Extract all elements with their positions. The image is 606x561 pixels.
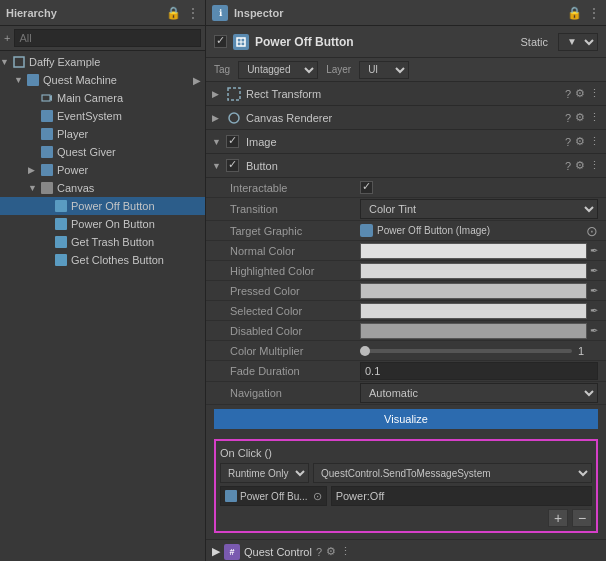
object-enabled-checkbox[interactable]: [214, 35, 227, 48]
eyedropper-icon[interactable]: ✒: [590, 325, 598, 336]
color-multiplier-track[interactable]: [360, 349, 572, 353]
tree-item-main-camera[interactable]: Main Camera: [0, 89, 205, 107]
onclick-param-input[interactable]: [331, 486, 592, 506]
selected-color-field: ✒: [360, 303, 598, 319]
arrow-icon: ▼: [14, 75, 26, 85]
button-component[interactable]: ▼ Button ? ⚙ ⋮: [206, 154, 606, 178]
hierarchy-menu-icon[interactable]: ⋮: [187, 7, 199, 19]
more-icon[interactable]: ⋮: [589, 135, 600, 148]
camera-icon: [40, 91, 54, 105]
tree-item-get-trash-button[interactable]: Get Trash Button: [0, 233, 205, 251]
more-icon[interactable]: ⋮: [340, 545, 351, 558]
remove-onclick-button[interactable]: −: [572, 509, 592, 527]
navigation-dropdown[interactable]: Automatic: [360, 383, 598, 403]
interactable-prop: Interactable: [206, 178, 606, 198]
transition-prop: Transition Color Tint: [206, 198, 606, 221]
component-icons-right: ? ⚙ ⋮: [565, 87, 600, 100]
search-input[interactable]: [14, 29, 201, 47]
tree-item-power-on-button[interactable]: Power On Button: [0, 215, 205, 233]
svg-rect-1: [42, 95, 50, 101]
plus-icon[interactable]: +: [4, 32, 10, 44]
color-multiplier-slider-row: 1: [360, 345, 598, 357]
inspector-menu-icon[interactable]: ⋮: [588, 7, 600, 19]
target-graphic-label: Target Graphic: [230, 225, 360, 237]
help-icon[interactable]: ?: [565, 160, 571, 172]
canvas-renderer-component[interactable]: ▶ Canvas Renderer ? ⚙ ⋮: [206, 106, 606, 130]
disabled-color-swatch[interactable]: [360, 323, 587, 339]
eyedropper-icon[interactable]: ✒: [590, 285, 598, 296]
onclick-object[interactable]: Power Off Bu... ⊙: [220, 486, 327, 506]
selected-color-swatch[interactable]: [360, 303, 587, 319]
help-icon[interactable]: ?: [565, 136, 571, 148]
more-icon[interactable]: ⋮: [589, 159, 600, 172]
interactable-checkbox[interactable]: [360, 181, 373, 194]
eyedropper-icon[interactable]: ✒: [590, 245, 598, 256]
component-icons-right: ? ⚙ ⋮: [316, 545, 351, 558]
rect-transform-component[interactable]: ▶ Rect Transform ? ⚙ ⋮: [206, 82, 606, 106]
highlighted-color-prop: Highlighted Color ✒: [206, 261, 606, 281]
pressed-color-swatch[interactable]: [360, 283, 587, 299]
tree-item-power[interactable]: ▶ Power: [0, 161, 205, 179]
tree-item-quest-machine[interactable]: ▼ Quest Machine ▶: [0, 71, 205, 89]
highlighted-color-label: Highlighted Color: [230, 265, 360, 277]
slider-thumb[interactable]: [360, 346, 370, 356]
component-arrow-icon: ▼: [212, 161, 222, 171]
navigation-prop: Navigation Automatic: [206, 382, 606, 405]
layer-dropdown[interactable]: UI: [359, 61, 409, 79]
arrow-icon: [28, 93, 40, 103]
tree-label: Player: [57, 128, 88, 140]
add-onclick-button[interactable]: +: [548, 509, 568, 527]
eyedropper-icon[interactable]: ✒: [590, 305, 598, 316]
help-icon[interactable]: ?: [565, 88, 571, 100]
cube-icon: [26, 73, 40, 87]
transition-dropdown[interactable]: Color Tint: [360, 199, 598, 219]
image-component[interactable]: ▼ Image ? ⚙ ⋮: [206, 130, 606, 154]
eyedropper-icon[interactable]: ✒: [590, 265, 598, 276]
selected-color-label: Selected Color: [230, 305, 360, 317]
settings-icon[interactable]: ⚙: [575, 159, 585, 172]
visualize-button[interactable]: Visualize: [214, 409, 598, 429]
settings-icon[interactable]: ⚙: [575, 135, 585, 148]
tree-item-canvas[interactable]: ▼ Canvas: [0, 179, 205, 197]
tree-item-get-clothes-button[interactable]: Get Clothes Button: [0, 251, 205, 269]
help-icon[interactable]: ?: [565, 112, 571, 124]
settings-icon[interactable]: ⚙: [575, 87, 585, 100]
tree-item-player[interactable]: Player: [0, 125, 205, 143]
cube-icon: [54, 235, 68, 249]
arrow-icon: ▼: [28, 183, 40, 193]
quest-control-label: Quest Control: [244, 546, 312, 558]
color-multiplier-prop: Color Multiplier 1: [206, 341, 606, 361]
fade-duration-prop: Fade Duration: [206, 361, 606, 382]
disabled-color-field: ✒: [360, 323, 598, 339]
rect-transform-label: Rect Transform: [246, 88, 561, 100]
more-icon[interactable]: ⋮: [589, 111, 600, 124]
normal-color-swatch[interactable]: [360, 243, 587, 259]
hierarchy-search-bar: +: [0, 26, 205, 51]
static-dropdown[interactable]: ▼: [558, 33, 598, 51]
settings-icon[interactable]: ⚙: [326, 545, 336, 558]
settings-icon[interactable]: ⚙: [575, 111, 585, 124]
button-enabled-checkbox[interactable]: [226, 159, 239, 172]
highlighted-color-swatch[interactable]: [360, 263, 587, 279]
canvas-renderer-label: Canvas Renderer: [246, 112, 561, 124]
cube-icon: [40, 145, 54, 159]
target-graphic-picker[interactable]: ⊙: [586, 223, 598, 239]
tree-item-daffy-example[interactable]: ▼ Daffy Example: [0, 53, 205, 71]
tag-dropdown[interactable]: Untagged: [238, 61, 318, 79]
tree-item-event-system[interactable]: EventSystem: [0, 107, 205, 125]
inspector-lock-icon[interactable]: 🔒: [567, 7, 582, 19]
component-icons-right: ? ⚙ ⋮: [565, 159, 600, 172]
inspector-title-row: ℹ Inspector: [212, 5, 284, 21]
quest-control-row[interactable]: ▶ # Quest Control ? ⚙ ⋮: [206, 539, 606, 561]
help-icon[interactable]: ?: [316, 546, 322, 558]
runtime-dropdown[interactable]: Runtime Only: [220, 463, 309, 483]
tree-item-power-off-button[interactable]: Power Off Button: [0, 197, 205, 215]
method-dropdown[interactable]: QuestControl.SendToMessageSystem: [313, 463, 592, 483]
fade-duration-input[interactable]: [360, 362, 598, 380]
more-icon[interactable]: ⋮: [589, 87, 600, 100]
image-enabled-checkbox[interactable]: [226, 135, 239, 148]
tree-item-quest-giver[interactable]: Quest Giver: [0, 143, 205, 161]
onclick-object-picker[interactable]: ⊙: [313, 490, 322, 503]
arrow-icon: [28, 129, 40, 139]
hierarchy-lock-icon[interactable]: 🔒: [166, 7, 181, 19]
